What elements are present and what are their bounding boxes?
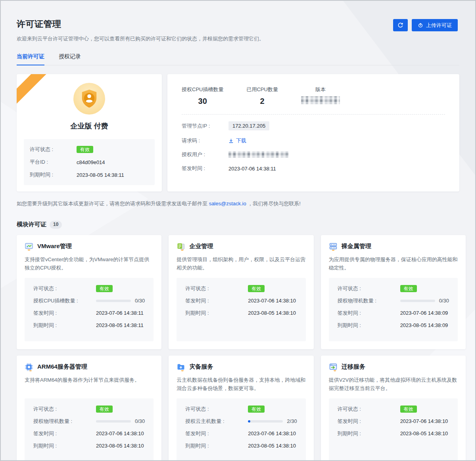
tab-bar: 当前许可证 授权记录 [17, 53, 459, 65]
download-icon [228, 138, 234, 143]
module-row: 许可状态 :有效 [338, 406, 449, 413]
redacted-licensed-user-value [228, 151, 289, 158]
sales-email-link[interactable]: sales@zstack.io [209, 201, 246, 207]
progress-track [96, 300, 131, 302]
module-description: 提供管理项目，组织架构，用户，权限，以及云平台运营相关的功能。 [177, 255, 305, 273]
row-label: 管理节点IP : [182, 122, 228, 130]
module-row: 签发时间 :2023-07-06 14:38:10 [338, 418, 449, 425]
row-label: 授权物理机数量 : [338, 297, 400, 304]
license-summary-details: 许可状态 : 有效 平台ID : c84d09e014 到期时间 : 2023-… [24, 139, 155, 185]
progress-track [96, 420, 131, 423]
row-label: 到期时间 : [338, 430, 400, 437]
module-description: 提供V2V的迁移功能，将其他虚拟环境的云主机系统及数据完整迁移至当前云平台。 [329, 376, 458, 393]
download-link-label: 下载 [236, 137, 246, 144]
stat-version: 版本 [301, 86, 340, 106]
licensed-user-row: 授权用户 : [182, 151, 445, 158]
refresh-icon [397, 22, 403, 28]
tab-authorization-records[interactable]: 授权记录 [59, 53, 81, 65]
module-row: 签发时间 :2023-07-06 14:38:09 [338, 310, 449, 317]
row-label: 到期时间 : [185, 310, 248, 317]
row-label: 许可状态 : [338, 285, 400, 292]
module-details-box: 许可状态 :有效授权物理机数量 :0/30签发时间 :2023-07-06 14… [25, 398, 154, 461]
usage-text: 0/30 [439, 298, 449, 304]
row-value: 2023-08-05 14:38:10 [96, 443, 144, 449]
row-value: 2023-07-06 14:38:10 [248, 430, 296, 436]
mgmt-ip-tag: 172.20.17.205 [228, 121, 269, 130]
row-label: 到期时间 : [33, 322, 96, 329]
vmware-icon [25, 242, 33, 251]
row-label: 到期时间 : [33, 442, 96, 450]
backup-icon [177, 363, 185, 371]
row-label: 授权用户 : [182, 151, 228, 158]
platform-id-value: c84d09e014 [77, 159, 105, 165]
module-row: 许可状态 :有效 [33, 285, 145, 292]
module-licenses-header: 模块许可证 10 [17, 221, 459, 229]
module-count-badge: 10 [50, 221, 62, 229]
status-badge: 有效 [96, 285, 113, 292]
module-title: 迁移服务 [342, 363, 365, 371]
usage-progress: 0/30 [96, 418, 145, 424]
stat-cpu-slots: 授权CPU插槽数量 30 [182, 86, 223, 106]
module-details-box: 许可状态 :有效授权物理机数量 :0/30签发时间 :2023-07-06 14… [329, 278, 458, 341]
baremetal-icon [329, 242, 338, 251]
module-description: 支持将ARM64的服务器作为计算节点来提供服务。 [25, 376, 154, 393]
usage-text: 0/30 [135, 298, 145, 304]
module-licenses-title: 模块许可证 [17, 221, 46, 228]
row-value: 2023-07-06 14:38:10 [96, 430, 144, 436]
module-row: 授权物理机数量 :0/30 [338, 297, 449, 304]
module-card-header: VMware管理 [25, 242, 154, 251]
module-row: 授权CPU插槽数量 :0/30 [33, 297, 145, 304]
license-edition: 企业版 付费 [17, 121, 162, 131]
module-license-card: VMware管理 支持接管vCenter的全功能，为VMware的计算节点提供独… [17, 235, 161, 349]
module-row: 到期时间 :2023-08-05 14:38:10 [185, 310, 297, 317]
module-details-box: 许可状态 :有效签发时间 :2023-07-06 14:38:10到期时间 :2… [177, 278, 305, 341]
upload-license-label: 上传许可证 [426, 22, 452, 29]
stat-value: 30 [198, 97, 207, 106]
stat-used-cpu: 已用CPU数量 2 [246, 86, 278, 106]
module-license-card: 裸金属管理 为应用提供专属的物理服务器，保证核心应用的高性能和稳定性。 许可状态… [321, 235, 466, 349]
module-row: 许可状态 :有效 [185, 406, 297, 413]
row-label: 许可状态 : [30, 146, 77, 153]
page-subtitle: 欢迎来到云平台许可证管理中心，您可以查看所有已购买的许可证和它们的状态，并根据您… [17, 35, 459, 42]
refresh-button[interactable] [393, 19, 408, 31]
row-label: 签发时间 : [33, 310, 96, 317]
issue-time-value: 2023-07-06 14:38:11 [228, 166, 276, 172]
corner-ribbon [17, 74, 52, 107]
license-detail-card: 授权CPU插槽数量 30 已用CPU数量 2 版本 管理节点IP : 17 [167, 74, 459, 191]
row-label: 平台ID : [30, 159, 77, 166]
module-row: 到期时间 :2023-08-05 14:38:10 [185, 442, 297, 450]
row-label: 签发时间 : [33, 430, 96, 437]
module-row: 签发时间 :2023-07-06 14:38:11 [33, 310, 145, 317]
module-card-header: 迁移服务 [329, 363, 458, 371]
module-license-card: 企业管理 提供管理项目，组织架构，用户，权限，以及云平台运营相关的功能。 许可状… [169, 235, 313, 349]
license-management-page: 上传许可证 许可证管理 欢迎来到云平台许可证管理中心，您可以查看所有已购买的许可… [0, 0, 476, 461]
row-label: 签发时间 : [338, 310, 400, 317]
status-badge: 有效 [248, 406, 265, 413]
module-row: 到期时间 :2023-08-05 14:38:09 [338, 322, 449, 329]
row-label: 签发时间 : [182, 165, 228, 172]
status-badge: 有效 [400, 406, 417, 413]
license-status-row: 许可状态 : 有效 [30, 146, 149, 153]
module-details-box: 许可状态 :有效签发时间 :2023-07-06 14:38:10到期时间 :2… [329, 398, 458, 461]
license-summary-card: 企业版 付费 许可状态 : 有效 平台ID : c84d09e014 到期时间 … [17, 74, 162, 191]
usage-progress: 0/30 [96, 298, 145, 304]
shield-user-icon [73, 83, 105, 115]
row-label: 签发时间 : [185, 430, 248, 437]
progress-track [248, 420, 283, 423]
redacted-version-value [301, 96, 340, 104]
module-card-header: 企业管理 [177, 242, 305, 251]
usage-progress: 2/30 [248, 418, 297, 424]
upload-icon [418, 23, 423, 28]
status-badge: 有效 [400, 285, 417, 292]
download-request-code-link[interactable]: 下载 [228, 137, 246, 144]
module-card-header: 裸金属管理 [329, 242, 458, 251]
module-license-grid: VMware管理 支持接管vCenter的全功能，为VMware的计算节点提供独… [17, 235, 459, 461]
module-license-card: 迁移服务 提供V2V的迁移功能，将其他虚拟环境的云主机系统及数据完整迁移至当前云… [321, 356, 466, 461]
module-row: 签发时间 :2023-07-06 14:38:10 [33, 430, 145, 437]
module-title: 裸金属管理 [342, 243, 371, 250]
row-label: 许可状态 : [185, 285, 248, 292]
module-details-box: 许可状态 :有效授权CPU插槽数量 :0/30签发时间 :2023-07-06 … [25, 278, 154, 341]
tab-current-license[interactable]: 当前许可证 [17, 53, 44, 65]
upload-license-button[interactable]: 上传许可证 [412, 19, 458, 31]
module-row: 到期时间 :2023-08-05 14:38:10 [338, 430, 449, 437]
